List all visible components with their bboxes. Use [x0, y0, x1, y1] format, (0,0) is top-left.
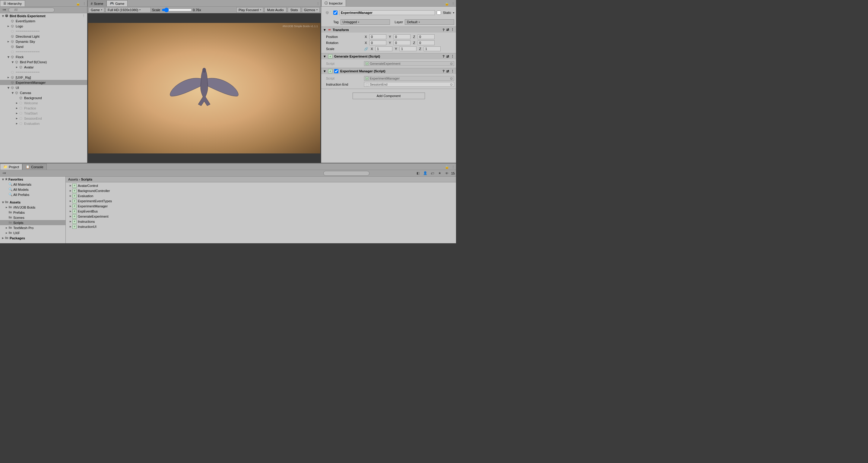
- foldout-icon[interactable]: ▸: [69, 225, 72, 229]
- save-search-icon[interactable]: 🏷: [430, 171, 435, 176]
- file-item[interactable]: ▸#ExpEventBus: [66, 208, 456, 214]
- hierarchy-tab[interactable]: ☰ Hierarchy: [0, 0, 25, 6]
- breadcrumb-scripts[interactable]: Scripts: [81, 177, 92, 181]
- hierarchy-item[interactable]: ▸Logo: [0, 24, 87, 29]
- foldout-icon[interactable]: ▸: [69, 220, 72, 223]
- hierarchy-item[interactable]: EventSystem: [0, 19, 87, 24]
- folder-item[interactable]: ▸#NVJOB Boids: [0, 205, 65, 210]
- menu-icon[interactable]: ⋮: [451, 55, 454, 59]
- position-y-input[interactable]: [394, 34, 410, 39]
- game-tab[interactable]: 🎮Game: [106, 0, 128, 6]
- scene-menu-icon[interactable]: ⋮: [82, 14, 85, 18]
- foldout-icon[interactable]: ▸: [7, 24, 10, 28]
- instruction-end-field[interactable]: ⬚SessionEnd: [364, 82, 454, 87]
- foldout-icon[interactable]: ▸: [15, 117, 19, 120]
- hierarchy-item-selected[interactable]: ExperimentManager: [0, 80, 87, 85]
- experiment-manager-header[interactable]: ▼ # Experiment Manager (Script) ? ⇄ ⋮: [321, 68, 456, 74]
- active-checkbox[interactable]: [333, 10, 338, 15]
- favorite-item[interactable]: 🔍All Materials: [0, 182, 65, 187]
- file-item[interactable]: ▸#GenerateExperiment: [66, 214, 456, 219]
- mute-audio-button[interactable]: Mute Audio: [265, 7, 286, 13]
- folder-item[interactable]: Scenes: [0, 215, 65, 220]
- foldout-icon[interactable]: ▼: [323, 28, 326, 32]
- hierarchy-search-input[interactable]: [8, 7, 55, 12]
- rotation-x-input[interactable]: [369, 40, 386, 45]
- file-item[interactable]: ▸#ExperimentManager: [66, 203, 456, 208]
- packages-folder[interactable]: ▸Packages: [0, 235, 65, 240]
- scale-slider[interactable]: [162, 7, 192, 12]
- file-item[interactable]: ▸#BackgroundController: [66, 188, 456, 193]
- lock-icon[interactable]: 🔓: [444, 1, 450, 6]
- hierarchy-item[interactable]: ▼Bird Pref B(Clone): [0, 59, 87, 65]
- scale-z-input[interactable]: [424, 46, 441, 51]
- foldout-icon[interactable]: ▸: [7, 75, 10, 79]
- foldout-icon[interactable]: ▸: [69, 189, 72, 193]
- foldout-icon[interactable]: ▸: [15, 106, 19, 110]
- hierarchy-item[interactable]: Directional Light: [0, 34, 87, 39]
- foldout-icon[interactable]: ▸: [5, 205, 8, 209]
- foldout-icon[interactable]: ▸: [69, 184, 72, 188]
- hierarchy-item[interactable]: ▸Welcome: [0, 100, 87, 105]
- menu-icon[interactable]: ⋮: [450, 164, 456, 170]
- preset-icon[interactable]: ⇄: [446, 55, 449, 59]
- menu-icon[interactable]: ⋮: [450, 1, 456, 6]
- stats-button[interactable]: Stats: [288, 7, 301, 13]
- generate-experiment-header[interactable]: ▼ # Generate Experiment (Script) ? ⇄ ⋮: [321, 53, 456, 59]
- foldout-icon[interactable]: ▸: [7, 39, 10, 43]
- preset-icon[interactable]: ⇄: [446, 28, 449, 32]
- search-by-type-icon[interactable]: ◧: [415, 171, 421, 176]
- gizmos-dropdown[interactable]: Gizmos: [302, 7, 320, 13]
- foldout-icon[interactable]: ▸: [15, 65, 19, 69]
- hierarchy-item[interactable]: Background: [0, 95, 87, 100]
- static-checkbox[interactable]: [437, 10, 441, 15]
- foldout-icon[interactable]: ▼: [323, 69, 326, 73]
- menu-icon[interactable]: ⋮: [451, 28, 454, 32]
- foldout-icon[interactable]: ▼: [1, 200, 5, 204]
- help-icon[interactable]: ?: [442, 69, 444, 73]
- hierarchy-item[interactable]: ▸Avatar: [0, 65, 87, 70]
- hierarchy-item[interactable]: ▸TrialStart: [0, 111, 87, 116]
- hierarchy-item[interactable]: ============: [0, 70, 87, 75]
- file-item[interactable]: ▸#AvatarControl: [66, 183, 456, 188]
- foldout-icon[interactable]: ▸: [15, 101, 19, 105]
- component-enabled-checkbox[interactable]: [334, 69, 338, 73]
- hierarchy-item[interactable]: ▸Evaluation: [0, 121, 87, 126]
- assets-folder[interactable]: ▼Assets: [0, 200, 65, 205]
- file-item[interactable]: ▸#InstructionUI: [66, 224, 456, 229]
- play-focused-dropdown[interactable]: Play Focused: [237, 7, 263, 13]
- rotation-y-input[interactable]: [394, 40, 410, 45]
- foldout-icon[interactable]: ▼: [1, 14, 5, 18]
- foldout-icon[interactable]: ▼: [11, 60, 14, 64]
- preset-icon[interactable]: ⇄: [446, 69, 449, 73]
- scale-x-input[interactable]: [375, 46, 392, 51]
- project-tab[interactable]: 📁Project: [0, 164, 22, 170]
- hierarchy-item[interactable]: ▸Dynamic Sky: [0, 39, 87, 44]
- hierarchy-item[interactable]: ▸SessionEnd: [0, 116, 87, 121]
- lock-icon[interactable]: 🔓: [444, 164, 450, 170]
- scene-tab[interactable]: #Scene: [88, 1, 106, 6]
- lock-icon[interactable]: 🔒: [75, 1, 81, 6]
- tag-dropdown[interactable]: Untagged: [341, 19, 390, 25]
- hierarchy-item[interactable]: ▼Flock: [0, 54, 87, 59]
- file-item[interactable]: ▸#Evaluation: [66, 193, 456, 198]
- folder-item[interactable]: ▸TextMesh Pro: [0, 225, 65, 230]
- resolution-dropdown[interactable]: Full HD (1920x1080): [105, 7, 151, 13]
- favorites-header[interactable]: ▼★Favorites: [0, 177, 65, 182]
- hierarchy-item[interactable]: ▸[UXF_Rig]: [0, 75, 87, 80]
- foldout-icon[interactable]: ▸: [1, 236, 5, 240]
- menu-icon[interactable]: ⋮: [451, 69, 454, 73]
- scale-y-input[interactable]: [400, 46, 416, 51]
- foldout-icon[interactable]: ▸: [15, 122, 19, 125]
- link-icon[interactable]: 🔗: [364, 47, 368, 51]
- hierarchy-item[interactable]: Sand: [0, 44, 87, 49]
- inspector-tab[interactable]: ⓘInspector: [321, 0, 346, 6]
- add-button[interactable]: +▾: [1, 171, 7, 176]
- menu-icon[interactable]: ⋮: [81, 1, 87, 6]
- project-search-input[interactable]: [323, 171, 369, 176]
- foldout-icon[interactable]: ▸: [5, 231, 8, 235]
- foldout-icon[interactable]: ▸: [69, 199, 72, 203]
- layer-dropdown[interactable]: Default: [405, 19, 454, 25]
- add-component-button[interactable]: Add Component: [352, 93, 425, 99]
- file-item[interactable]: ▸#ExperimentEventTypes: [66, 198, 456, 203]
- help-icon[interactable]: ?: [442, 28, 444, 32]
